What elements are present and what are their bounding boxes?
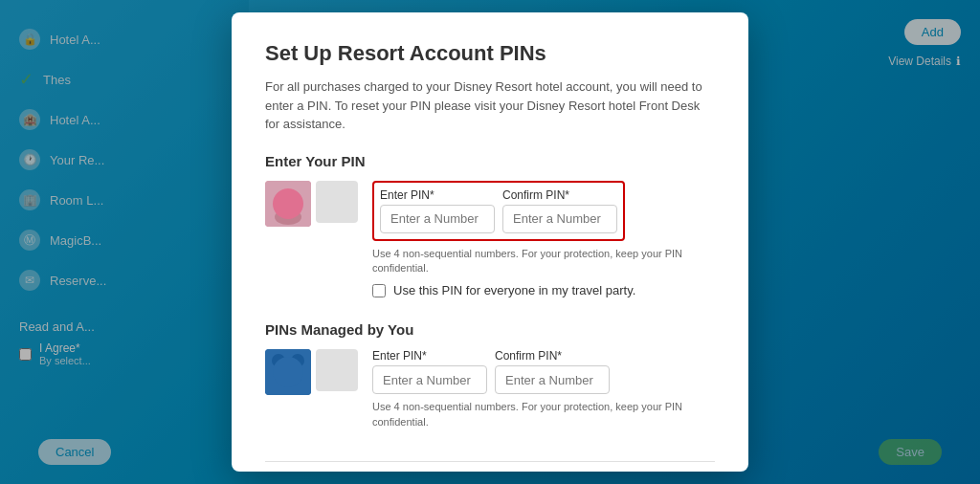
confirm-pin-label: Confirm PIN* [502,188,617,202]
enter-pin-input[interactable] [380,205,495,233]
avatar-placeholder-1 [316,181,358,223]
checkbox-row: Use this PIN for everyone in my travel p… [372,283,715,297]
svg-point-2 [275,209,301,225]
pin-inputs-normal: Enter PIN* Confirm PIN* [372,349,715,394]
person-row-ariel: Enter PIN* Confirm PIN* Use 4 non-sequen… [265,181,715,298]
pin-hint: Use 4 non-sequential numbers. For your p… [372,247,715,276]
enter-your-pin-title: Enter Your PIN [265,153,715,169]
checkbox-label: Use this PIN for everyone in my travel p… [393,283,635,297]
dialog-overlay: Set Up Resort Account PINs For all purch… [0,0,980,484]
svg-point-1 [277,188,300,211]
enter-pin-label: Enter PIN* [380,188,495,202]
pin-inputs-highlighted: Enter PIN* Confirm PIN* [372,181,625,241]
dialog-intro: For all purchases charged to your Disney… [265,77,715,134]
enter-pin-field-group-2: Enter PIN* [372,349,487,394]
confirm-pin-input-2[interactable] [495,365,610,394]
svg-point-6 [291,354,304,367]
dialog-title: Set Up Resort Account PINs [265,41,715,66]
enter-pin-field-group: Enter PIN* [380,188,495,233]
svg-point-7 [281,367,295,381]
pin-hint-2: Use 4 non-sequential numbers. For your p… [372,400,715,429]
avatar-mickey [265,349,311,395]
svg-point-5 [272,354,285,367]
pins-managed-section: PINs Managed by You [265,321,715,437]
confirm-pin-input[interactable] [502,205,617,233]
confirm-pin-field-group-2: Confirm PIN* [495,349,610,394]
enter-pin-label-2: Enter PIN* [372,349,487,363]
svg-rect-3 [265,349,311,395]
confirm-pin-field-group: Confirm PIN* [502,188,617,233]
avatar-placeholder-2 [316,349,358,391]
pin-inputs-ariel: Enter PIN* Confirm PIN* Use 4 non-sequen… [372,181,715,298]
enter-your-pin-section: Enter Your PIN [265,153,715,298]
confirm-pin-label-2: Confirm PIN* [495,349,610,363]
pin-dialog: Set Up Resort Account PINs For all purch… [232,12,748,472]
enter-pin-input-2[interactable] [372,365,487,394]
avatar-ariel [265,181,311,227]
pin-inputs-mickey: Enter PIN* Confirm PIN* Use 4 non-sequen… [372,349,715,437]
dialog-footer: Cancel Update [265,461,715,472]
person-row-mickey: Enter PIN* Confirm PIN* Use 4 non-sequen… [265,349,715,437]
svg-point-4 [277,361,300,384]
travel-party-checkbox[interactable] [372,284,386,297]
pins-managed-title: PINs Managed by You [265,321,715,338]
